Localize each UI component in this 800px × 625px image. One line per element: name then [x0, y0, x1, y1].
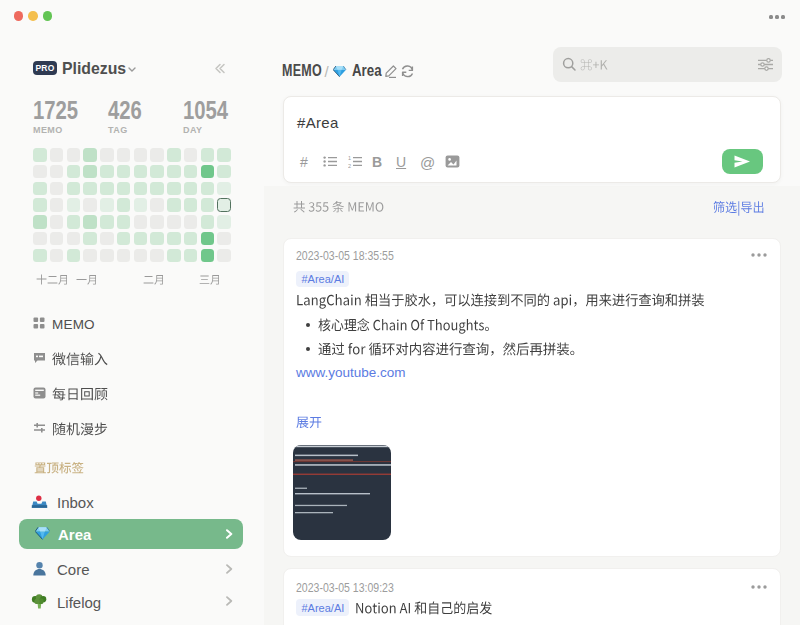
svg-text:1: 1 — [348, 155, 351, 161]
svg-text:2: 2 — [348, 163, 351, 168]
